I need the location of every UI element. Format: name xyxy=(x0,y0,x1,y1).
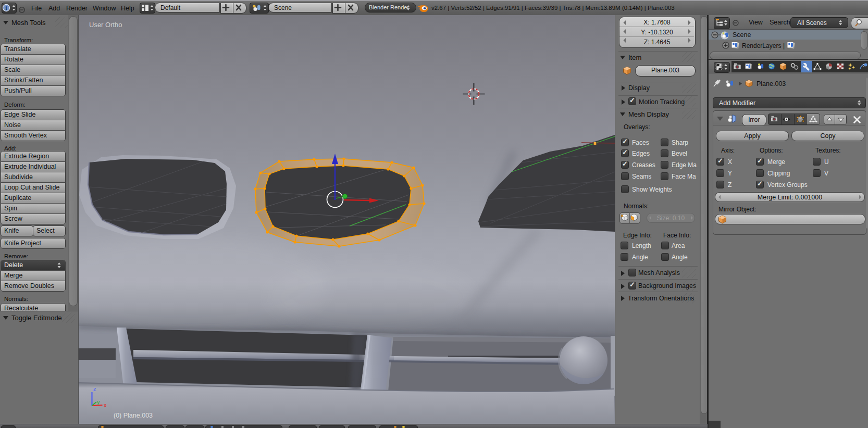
svg-text:x: x xyxy=(104,402,107,408)
svg-text:y: y xyxy=(97,399,100,405)
svg-text:z: z xyxy=(93,386,96,392)
svg-text:User Ortho: User Ortho xyxy=(89,21,122,29)
svg-text:(0) Plane.003: (0) Plane.003 xyxy=(114,412,153,419)
svg-text:i: i xyxy=(6,5,7,11)
